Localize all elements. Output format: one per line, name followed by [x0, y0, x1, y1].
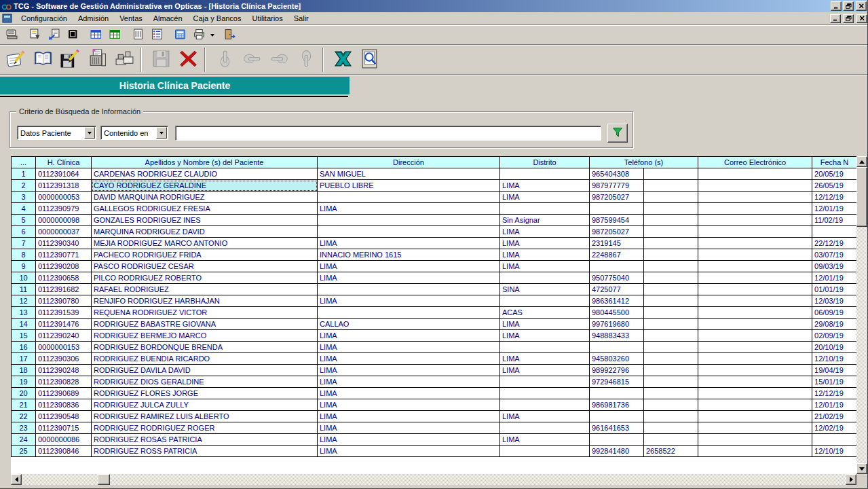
cell-telefono-2[interactable] — [644, 434, 698, 446]
cell-fecha-nacimiento[interactable]: 19/04/19 — [812, 365, 856, 376]
scroll-down-button[interactable] — [856, 463, 867, 474]
cell-telefono-2[interactable] — [644, 319, 698, 330]
cell-telefono-2[interactable] — [644, 411, 698, 422]
cell-correo[interactable] — [698, 422, 812, 434]
cell-historia-clinica[interactable]: 0112390689 — [36, 388, 92, 399]
cell-row-number[interactable]: 3 — [12, 192, 36, 203]
cell-historia-clinica[interactable]: 0112390658 — [36, 272, 92, 284]
cell-correo[interactable] — [698, 434, 812, 446]
cell-correo[interactable] — [698, 249, 812, 261]
column-header-telefono[interactable]: Teléfono (s) — [590, 157, 698, 168]
cell-row-number[interactable]: 1 — [12, 168, 36, 180]
cell-nombre[interactable]: GONZALES RODRIGUEZ INES — [92, 215, 318, 226]
cell-distrito[interactable]: LIMA — [500, 365, 590, 376]
cell-telefono-2[interactable] — [644, 215, 698, 226]
cell-nombre[interactable]: RAFAEL RODRIGUEZ — [92, 284, 318, 295]
cell-telefono-2[interactable] — [644, 422, 698, 434]
cell-telefono-2[interactable] — [644, 399, 698, 411]
cell-historia-clinica[interactable]: 0112391539 — [36, 307, 92, 319]
cell-distrito[interactable]: LIMA — [500, 180, 590, 192]
cell-row-number[interactable]: 18 — [12, 365, 36, 376]
cell-telefono-1[interactable]: 986361412 — [590, 295, 644, 307]
cell-nombre[interactable]: MARQUINA RODRIGUEZ DAVID — [92, 226, 318, 238]
cell-row-number[interactable]: 13 — [12, 307, 36, 319]
close-button[interactable] — [856, 1, 867, 11]
cell-historia-clinica[interactable]: 0000000053 — [36, 192, 92, 203]
cell-row-number[interactable]: 21 — [12, 399, 36, 411]
cell-distrito[interactable]: Sin Asignar — [500, 215, 590, 226]
cell-fecha-nacimiento[interactable]: 15/01/19 — [812, 376, 856, 388]
cell-row-number[interactable]: 25 — [12, 446, 36, 457]
cell-telefono-2[interactable] — [644, 330, 698, 342]
cell-telefono-2[interactable] — [644, 295, 698, 307]
cell-distrito[interactable] — [500, 446, 590, 457]
cell-nombre[interactable]: RODRIGUEZ BUENDIA RICARDO — [92, 353, 318, 365]
scroll-right-button[interactable] — [846, 474, 856, 485]
horizontal-scrollbar[interactable] — [11, 474, 856, 485]
printer-button[interactable] — [190, 27, 208, 43]
cell-row-number[interactable]: 6 — [12, 226, 36, 238]
cell-historia-clinica[interactable]: 0000000086 — [36, 434, 92, 446]
cell-distrito[interactable]: LIMA — [500, 330, 590, 342]
cell-telefono-1[interactable]: 987599454 — [590, 215, 644, 226]
cell-direccion[interactable]: LIMA — [318, 434, 500, 446]
cell-fecha-nacimiento[interactable]: 12/02/19 — [812, 422, 856, 434]
child-restore-button[interactable] — [843, 14, 854, 23]
cell-correo[interactable] — [698, 284, 812, 295]
cell-telefono-1[interactable] — [590, 342, 644, 353]
filter-button[interactable] — [607, 124, 628, 143]
cell-distrito[interactable]: LIMA — [500, 238, 590, 249]
search-input[interactable] — [175, 126, 601, 141]
menu-item-utilitarios[interactable]: Utilitarios — [247, 13, 288, 24]
cell-telefono-1[interactable]: 2319145 — [590, 238, 644, 249]
cell-telefono-1[interactable]: 2248867 — [590, 249, 644, 261]
cell-nombre[interactable]: MEJIA RODRIGUEZ MARCO ANTONIO — [92, 238, 318, 249]
cell-distrito[interactable] — [500, 272, 590, 284]
cell-distrito[interactable]: SINA — [500, 284, 590, 295]
cell-fecha-nacimiento[interactable]: 22/12/19 — [812, 238, 856, 249]
hscroll-thumb[interactable] — [98, 474, 110, 485]
cell-fecha-nacimiento[interactable]: 12/03/19 — [812, 295, 856, 307]
cell-telefono-2[interactable] — [644, 203, 698, 215]
child-close-button[interactable] — [856, 14, 867, 23]
import-data-button[interactable] — [45, 27, 62, 43]
cell-direccion[interactable]: LIMA — [318, 238, 500, 249]
cell-historia-clinica[interactable]: 0112391064 — [36, 168, 92, 180]
cell-fecha-nacimiento[interactable]: 26/05/19 — [812, 180, 856, 192]
cell-historia-clinica[interactable]: 0112390846 — [36, 446, 92, 457]
menu-item-admision[interactable]: Admisión — [73, 13, 114, 24]
column-header-historia-clinica[interactable]: H. Clínica — [36, 157, 92, 168]
cell-distrito[interactable]: LIMA — [500, 249, 590, 261]
delete-record-button[interactable] — [84, 48, 110, 72]
cell-fecha-nacimiento[interactable]: 12/01/19 — [812, 399, 856, 411]
cell-nombre[interactable]: REQUENA RODRIGUEZ VICTOR — [92, 307, 318, 319]
cell-nombre[interactable]: RODRIGUEZ DAVILA DAVID — [92, 365, 318, 376]
column-header-direccion[interactable]: Dirección — [318, 157, 500, 168]
menu-item-caja-y-bancos[interactable]: Caja y Bancos — [188, 13, 247, 24]
cell-historia-clinica[interactable]: 0112391682 — [36, 284, 92, 295]
cell-fecha-nacimiento[interactable]: 03/07/19 — [812, 249, 856, 261]
cell-telefono-1[interactable]: 945803260 — [590, 353, 644, 365]
cell-nombre[interactable]: RODRIGUEZ BERMEJO MARCO — [92, 330, 318, 342]
cell-direccion[interactable]: INNACIO MERINO 1615 — [318, 249, 500, 261]
cell-row-number[interactable]: 23 — [12, 422, 36, 434]
scroll-up-button[interactable] — [856, 156, 867, 167]
cell-row-number[interactable]: 14 — [12, 319, 36, 330]
cell-telefono-2[interactable] — [644, 249, 698, 261]
cell-nombre[interactable]: RODRIGUEZ RODRIGUEZ ROGER — [92, 422, 318, 434]
cell-row-number[interactable]: 22 — [12, 411, 36, 422]
cell-direccion[interactable]: LIMA — [318, 446, 500, 457]
cell-distrito[interactable] — [500, 203, 590, 215]
cell-correo[interactable] — [698, 342, 812, 353]
cell-distrito[interactable]: LIMA — [500, 434, 590, 446]
column-header-row-number[interactable]: ... — [12, 157, 36, 168]
vertical-scrollbar[interactable] — [856, 156, 867, 474]
minimize-button[interactable] — [831, 1, 842, 11]
cell-telefono-1[interactable]: 950775040 — [590, 272, 644, 284]
cell-direccion[interactable]: LIMA — [318, 411, 500, 422]
cell-fecha-nacimiento[interactable]: 01/01/19 — [812, 284, 856, 295]
cell-fecha-nacimiento[interactable] — [812, 226, 856, 238]
cell-distrito[interactable] — [500, 168, 590, 180]
cell-row-number[interactable]: 10 — [12, 272, 36, 284]
vscroll-thumb[interactable] — [856, 167, 867, 227]
